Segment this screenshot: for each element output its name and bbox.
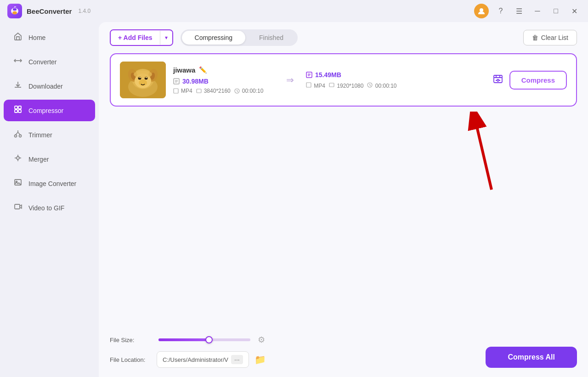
app-name: BeeConverter <box>27 7 72 15</box>
svg-point-11 <box>19 135 22 137</box>
app-logo <box>7 4 22 18</box>
sidebar-label-merger: Merger <box>28 156 49 163</box>
svg-line-13 <box>18 132 20 135</box>
trimmer-icon <box>13 129 23 140</box>
svg-rect-50 <box>329 83 334 87</box>
folder-icon[interactable]: 📁 <box>254 354 266 365</box>
output-format-label: MP4 <box>306 82 325 89</box>
trash-icon: 🗑 <box>532 34 538 41</box>
slider-track <box>158 338 250 341</box>
svg-rect-7 <box>18 106 21 109</box>
add-files-button[interactable]: + Add Files ▾ <box>110 29 173 46</box>
settings-gear-icon[interactable]: ⚙ <box>258 335 265 345</box>
sidebar-label-trimmer: Trimmer <box>28 131 52 139</box>
svg-point-37 <box>134 71 152 78</box>
sidebar-item-downloader[interactable]: Downloader <box>4 75 95 97</box>
sidebar: Home Converter Downloader <box>0 22 99 377</box>
file-info-right: 15.49MB MP4 <box>306 71 425 89</box>
converter-icon <box>13 56 23 67</box>
content-area: + Add Files ▾ Compressing Finished 🗑 Cle… <box>99 22 588 377</box>
svg-rect-9 <box>18 110 21 113</box>
svg-rect-6 <box>15 106 17 109</box>
file-thumbnail <box>120 62 166 98</box>
top-bar: + Add Files ▾ Compressing Finished 🗑 Cle… <box>99 22 588 53</box>
help-icon[interactable]: ? <box>494 5 507 17</box>
tab-finished[interactable]: Finished <box>246 31 296 45</box>
merger-icon <box>13 154 23 164</box>
compress-button[interactable]: Compress <box>509 71 567 90</box>
tab-compressing[interactable]: Compressing <box>182 31 245 45</box>
slider-fill <box>158 338 209 341</box>
sidebar-label-image-converter: Image Converter <box>28 180 76 187</box>
sidebar-item-merger[interactable]: Merger <box>4 148 95 170</box>
compressor-icon <box>13 105 23 116</box>
output-format-row: MP4 1920*1080 <box>306 82 425 89</box>
file-size-slider[interactable] <box>158 338 250 341</box>
downloader-icon <box>13 81 23 91</box>
user-avatar[interactable] <box>474 4 489 18</box>
sidebar-item-image-converter[interactable]: Image Converter <box>4 173 95 194</box>
direction-arrow: ⇒ <box>282 74 299 85</box>
action-area: Compress <box>491 71 567 90</box>
sidebar-item-compressor[interactable]: Compressor <box>4 100 95 121</box>
file-list-area: jiwawa ✏️ 30.98MB <box>99 53 588 329</box>
file-info-left: jiwawa ✏️ 30.98MB <box>173 66 274 94</box>
sidebar-label-video-to-gif: Video to GIF <box>28 204 64 212</box>
sidebar-item-home[interactable]: Home <box>4 27 95 48</box>
sidebar-item-converter[interactable]: Converter <box>4 51 95 73</box>
file-card: jiwawa ✏️ 30.98MB <box>110 53 577 107</box>
duration-label: 00:00:10 <box>234 88 264 94</box>
resolution-label: 3840*2160 <box>196 88 231 94</box>
maximize-icon[interactable]: □ <box>549 5 562 17</box>
arrow-right-icon: ⇒ <box>286 74 294 85</box>
original-file-size: 30.98MB <box>182 78 209 85</box>
svg-point-5 <box>480 8 483 12</box>
sidebar-label-compressor: Compressor <box>28 107 63 114</box>
add-files-dropdown-arrow[interactable]: ▾ <box>160 31 172 45</box>
content-wrapper: + Add Files ▾ Compressing Finished 🗑 Cle… <box>99 22 588 377</box>
file-size-row: File Size: ⚙ <box>110 335 577 345</box>
svg-rect-1 <box>13 8 17 11</box>
title-bar-left: BeeConverter 1.4.0 <box>7 4 90 18</box>
format-label: MP4 <box>173 88 192 94</box>
home-icon <box>13 32 23 43</box>
edit-icon[interactable]: ✏️ <box>199 66 207 73</box>
location-dots-button[interactable]: ··· <box>231 355 243 364</box>
sidebar-label-converter: Converter <box>28 58 57 66</box>
svg-rect-49 <box>306 83 311 87</box>
video-to-gif-icon <box>13 203 23 213</box>
card-settings-icon[interactable] <box>491 72 505 88</box>
svg-rect-8 <box>15 110 17 113</box>
main-layout: Home Converter Downloader <box>0 22 588 377</box>
svg-point-2 <box>12 11 17 15</box>
svg-point-56 <box>497 79 499 81</box>
tab-group: Compressing Finished <box>181 29 298 46</box>
output-file-size: 15.49MB <box>315 71 341 79</box>
svg-rect-22 <box>15 204 20 209</box>
file-name: jiwawa <box>173 66 195 74</box>
sidebar-item-video-to-gif[interactable]: Video to GIF <box>4 197 95 219</box>
file-icon <box>173 78 180 84</box>
sidebar-item-trimmer[interactable]: Trimmer <box>4 124 95 146</box>
thumbnail-image <box>120 62 166 98</box>
output-file-icon <box>306 72 312 78</box>
file-name-row: jiwawa ✏️ <box>173 66 274 74</box>
svg-point-15 <box>17 157 19 159</box>
add-files-label: + Add Files <box>111 30 160 45</box>
minimize-icon[interactable]: ─ <box>531 5 544 17</box>
svg-rect-42 <box>174 89 178 93</box>
output-resolution-label: 1920*1080 <box>329 82 363 89</box>
output-duration-label: 00:00:10 <box>367 82 396 89</box>
app-version: 1.4.0 <box>78 8 90 14</box>
close-icon[interactable]: ✕ <box>568 5 581 17</box>
menu-icon[interactable]: ☰ <box>513 5 526 17</box>
compress-all-button[interactable]: Compress All <box>486 347 577 368</box>
image-converter-icon <box>13 178 23 189</box>
clear-list-label: Clear List <box>541 34 568 41</box>
svg-line-12 <box>16 132 18 135</box>
clear-list-button[interactable]: 🗑 Clear List <box>523 30 577 45</box>
file-format-row: MP4 3840*2160 <box>173 88 274 94</box>
file-size-label: File Size: <box>110 337 151 343</box>
sidebar-label-downloader: Downloader <box>28 83 63 90</box>
slider-thumb[interactable] <box>205 336 213 343</box>
